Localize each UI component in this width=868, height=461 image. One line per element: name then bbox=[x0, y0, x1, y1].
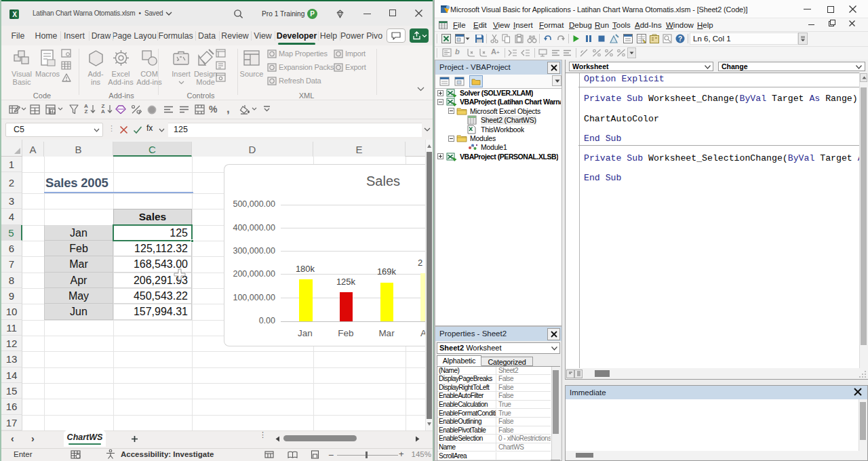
svg-text:?: ? bbox=[678, 35, 682, 43]
